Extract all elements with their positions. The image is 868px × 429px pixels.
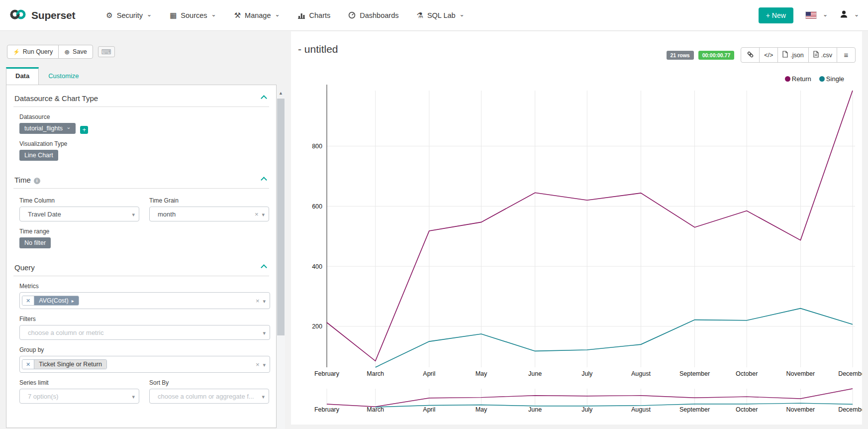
group-by-token[interactable]: ✕ Ticket Single or Return (22, 359, 107, 369)
clear-icon[interactable] (255, 211, 259, 218)
divider (13, 188, 269, 189)
section-title-label: Query (14, 263, 35, 272)
group-by-label: Group by (19, 346, 269, 353)
time-column-select[interactable]: Travel Date (19, 207, 139, 221)
dashboard-icon (348, 11, 356, 19)
export-json-button[interactable]: .json (777, 47, 808, 63)
svg-text:200: 200 (312, 323, 322, 330)
divider (13, 276, 269, 276)
time-range-label: Time range (19, 228, 269, 235)
clear-icon[interactable] (256, 361, 260, 368)
divider (13, 107, 269, 107)
line-chart-canvas[interactable]: 200400600800FebruaryFebruaryMarchMarchAp… (291, 31, 862, 425)
remove-group-by-icon[interactable]: ✕ (22, 360, 34, 369)
datasource-label: Datasource (19, 113, 269, 120)
section-title-label: Timei (14, 176, 40, 184)
menu-charts[interactable]: Charts (298, 11, 331, 19)
query-toolbar: Run Query Save (7, 45, 115, 59)
user-icon (840, 10, 848, 20)
superset-logo[interactable]: Superset (9, 8, 75, 22)
chevron-down-icon (132, 211, 135, 218)
bolt-icon (13, 48, 20, 55)
legend-label: Return (792, 75, 811, 83)
sort-by-label: Sort By (149, 379, 269, 386)
filters-select[interactable]: choose a column or metric (19, 325, 270, 340)
chart-panel: 200400600800FebruaryFebruaryMarchMarchAp… (291, 31, 862, 425)
tab-customize[interactable]: Customize (39, 67, 88, 85)
bar-chart-icon (298, 12, 305, 19)
svg-text:400: 400 (312, 263, 322, 270)
svg-text:October: October (736, 406, 758, 413)
svg-text:August: August (631, 370, 651, 377)
run-query-button[interactable]: Run Query (7, 45, 59, 59)
language-selector[interactable] (805, 11, 828, 20)
svg-text:March: March (367, 406, 384, 413)
series-line-return (327, 91, 853, 361)
menu-sql-lab[interactable]: ⚗ SQL Lab (416, 11, 464, 19)
chart-title[interactable]: - untitled (298, 43, 338, 55)
main-menu: ⚙ Security ▦ Sources ⚒ Manage Charts Das… (88, 11, 464, 19)
user-menu[interactable] (840, 10, 859, 20)
menu-label: Manage (245, 11, 271, 19)
chevron-down-icon (262, 211, 265, 218)
navbar-right: + New (759, 7, 859, 23)
chevron-up-icon (261, 264, 267, 271)
svg-text:December: December (838, 406, 862, 413)
remove-metric-icon[interactable]: ✕ (22, 296, 34, 305)
chevron-down-icon (211, 11, 216, 19)
section-header[interactable]: Timei (14, 176, 268, 184)
menu-dashboards[interactable]: Dashboards (348, 11, 398, 19)
chevron-down-icon (823, 11, 828, 20)
group-by-select[interactable]: ✕ Ticket Single or Return (19, 356, 270, 373)
file-json-icon (782, 51, 788, 59)
keyboard-icon (101, 48, 111, 56)
time-grain-value: month (155, 211, 176, 218)
new-button[interactable]: + New (759, 7, 793, 23)
metric-token[interactable]: ✕ AVG(Cost) (22, 296, 79, 306)
keyboard-shortcut-button[interactable] (98, 46, 115, 57)
time-grain-select[interactable]: month (149, 207, 269, 221)
view-query-button[interactable]: </> (759, 47, 778, 63)
scroll-up-arrow[interactable]: ▲ (277, 90, 285, 98)
svg-text:June: June (528, 370, 542, 377)
clear-icon[interactable] (256, 297, 260, 305)
legend-item-return[interactable]: Return (785, 75, 811, 83)
svg-text:August: August (631, 406, 651, 413)
filters-placeholder: choose a column or metric (25, 329, 103, 336)
chart-menu-button[interactable]: ≡ (837, 47, 856, 63)
section-header[interactable]: Query (14, 263, 268, 272)
add-datasource-icon[interactable]: + (80, 126, 88, 134)
viz-type-value: Line Chart (24, 152, 53, 159)
legend-dot (819, 76, 825, 82)
time-range-value: No filter (24, 239, 46, 246)
tab-data[interactable]: Data (6, 67, 39, 85)
menu-sources[interactable]: ▦ Sources (170, 11, 216, 19)
series-limit-label: Series limit (19, 379, 139, 386)
section-header[interactable]: Datasource & Chart Type (14, 94, 268, 103)
explore-control-panel: Run Query Save Data Customize Datasource… (0, 31, 291, 429)
viz-type-chip[interactable]: Line Chart (19, 150, 58, 161)
plus-circle-icon (64, 48, 70, 56)
controls-card: Datasource & Chart Type Datasource tutor… (6, 85, 277, 428)
legend-item-single[interactable]: Single (819, 75, 844, 83)
menu-manage[interactable]: ⚒ Manage (234, 11, 280, 19)
datasource-chip[interactable]: tutorial_flights (19, 123, 76, 134)
menu-label: SQL Lab (427, 11, 456, 19)
export-csv-button[interactable]: .csv (808, 47, 837, 63)
caret-right-icon (72, 297, 74, 304)
svg-text:May: May (476, 406, 487, 413)
series-limit-select[interactable]: 7 option(s) (19, 389, 139, 404)
time-range-chip[interactable]: No filter (19, 237, 51, 248)
panel-scrollbar[interactable]: ▲ ▼ (277, 90, 285, 429)
sort-by-select[interactable]: choose a column or aggregate f... (149, 389, 269, 404)
context-line-single (376, 403, 853, 407)
menu-security[interactable]: ⚙ Security (106, 11, 152, 19)
time-column-value: Travel Date (25, 211, 61, 218)
viz-type-label: Visualization Type (19, 140, 269, 147)
svg-text:800: 800 (312, 143, 322, 150)
share-link-button[interactable] (741, 47, 760, 63)
metrics-select[interactable]: ✕ AVG(Cost) (19, 292, 270, 309)
json-label: .json (790, 52, 803, 59)
save-button[interactable]: Save (58, 45, 93, 59)
scrollbar-thumb[interactable] (277, 99, 285, 335)
